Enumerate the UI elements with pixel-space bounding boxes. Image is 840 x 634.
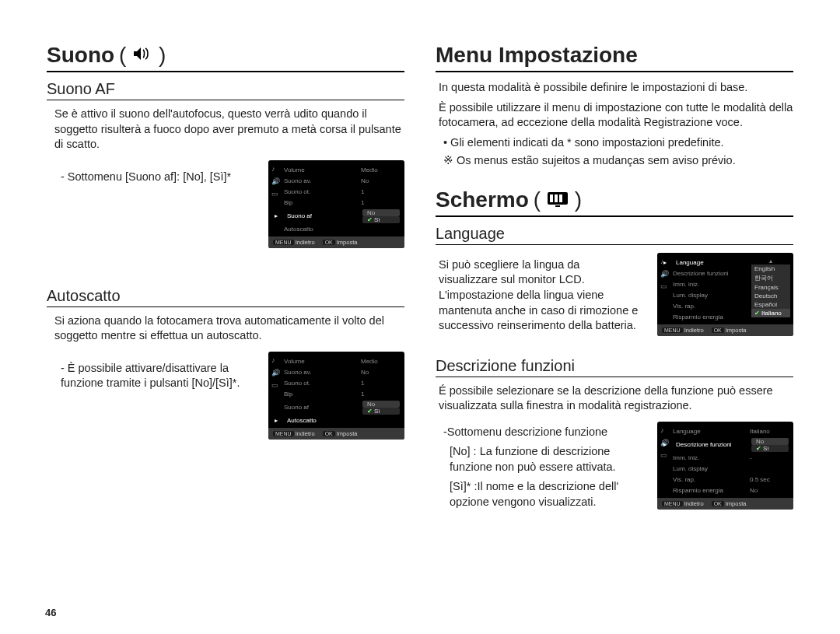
descrizione-sub-3: [Sì]* :Il nome e la descrizione dell' op… bbox=[436, 479, 642, 510]
lcd-autoscatto: ♪🔊▭ VolumeMedio Suono av.No Suono ot.1 B… bbox=[268, 352, 404, 440]
heading-schermo-text: Schermo bbox=[436, 187, 529, 212]
descrizione-sub-2: [No] : La funzione di descrizione funzio… bbox=[436, 444, 642, 475]
heading-suono: Suono ( ) bbox=[47, 43, 404, 72]
heading-schermo: Schermo ( ) bbox=[436, 187, 793, 217]
suono-af-sub: - Sottomenu [Suono af]: [No], [Sì]* bbox=[47, 170, 253, 185]
heading-menu-impostazione: Menu Impostazione bbox=[436, 43, 793, 72]
screen-icon bbox=[547, 191, 569, 207]
svg-rect-4 bbox=[555, 205, 560, 207]
lcd-side-icons: ♪🔊▭ bbox=[271, 165, 280, 198]
bullet-line: • Gli elementi indicati da * sono impost… bbox=[436, 135, 793, 151]
autoscatto-sub: - È possibile attivare/disattivare la fu… bbox=[47, 361, 253, 391]
descrizione-body: É possibile selezionare se la descrizion… bbox=[436, 384, 793, 414]
lcd-language: ♪🔊▭ ▸Language Descrizione funzioni Imm. … bbox=[657, 253, 793, 336]
descrizione-sub-1: -Sottomenu descrizione funzione bbox=[436, 425, 642, 440]
intro-line-1: In questa modalità è possibile definire … bbox=[436, 80, 793, 96]
lcd-descrizione: ♪🔊▭ LanguageItaliano ▸Descrizione funzio… bbox=[657, 422, 793, 510]
suono-af-body: Se è attivo il suono dell'autofocus, que… bbox=[47, 107, 404, 152]
lcd-suono-af: ♪🔊▭ VolumeMedio Suono av.No Suono ot.1 B… bbox=[268, 160, 404, 248]
speaker-icon bbox=[132, 45, 152, 62]
page-number: 46 bbox=[45, 607, 56, 618]
language-body: Si può scegliere la lingua da visualizza… bbox=[436, 257, 642, 334]
svg-rect-1 bbox=[550, 194, 553, 202]
svg-rect-3 bbox=[559, 194, 562, 202]
subheading-descrizione: Descrizione funzioni bbox=[436, 357, 793, 377]
intro-line-2: È possibile utilizzare il menu di impost… bbox=[436, 100, 793, 131]
subheading-language: Language bbox=[436, 225, 793, 245]
subheading-autoscatto: Autoscatto bbox=[47, 287, 404, 307]
note-line: ※ Os menus estão sujeitos a mudanças sem… bbox=[436, 153, 793, 169]
subheading-suono-af: Suono AF bbox=[47, 80, 404, 100]
right-column: Menu Impostazione In questa modalità è p… bbox=[436, 43, 793, 515]
svg-rect-2 bbox=[555, 194, 558, 202]
heading-suono-text: Suono bbox=[47, 43, 114, 68]
autoscatto-body: Si aziona quando la fotocamera trova aut… bbox=[47, 313, 404, 344]
left-column: Suono ( ) Suono AF Se è attivo il suono … bbox=[47, 43, 404, 515]
